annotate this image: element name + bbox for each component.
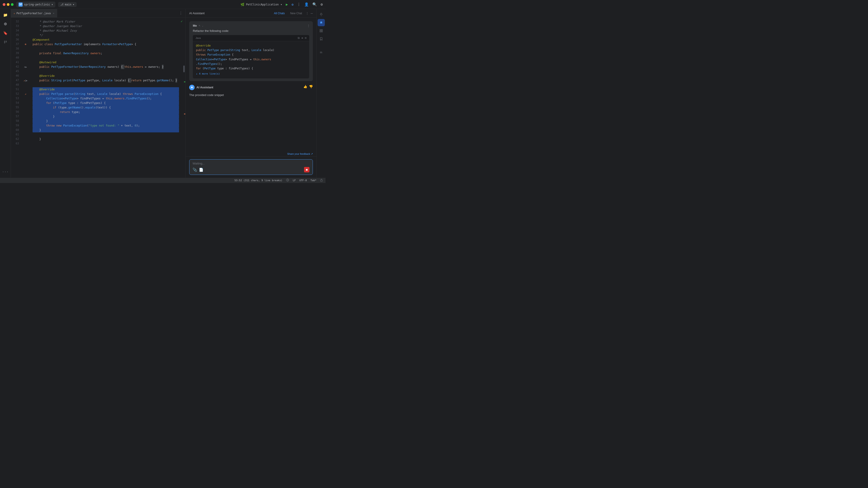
- ai-input-placeholder: Waiting...: [193, 162, 309, 165]
- ai-content: Me ✎ , ⋮ Refactor the following code: Ja…: [186, 18, 316, 152]
- code-block-icons: ⧉ ≡ ⊡: [298, 36, 307, 39]
- edit-message-icon[interactable]: ✎: [199, 24, 200, 27]
- profile-button[interactable]: 👤: [304, 2, 309, 6]
- tab-label: PetTypeFormatter.java: [17, 12, 51, 15]
- line-gutter: ⊕ ⊕ ▶ ↗ @ ▶ ↗: [22, 18, 29, 177]
- code-line-55: if (type.getName().equals(text)) {: [33, 105, 179, 110]
- tab-close-button[interactable]: ✕: [53, 12, 54, 14]
- format-icon[interactable]: ≡: [302, 36, 303, 39]
- ai-panel-header: AI Assistant All Chats New Chat ⋮ —: [186, 9, 316, 18]
- user-sidebar-icon[interactable]: m: [318, 49, 325, 56]
- edit-label: ,: [202, 24, 204, 27]
- expand-code-button[interactable]: ↓ 4 more line(s): [196, 72, 306, 76]
- code-line-32: * @author Mark Fisher: [33, 20, 179, 24]
- expand-icon[interactable]: ⊡: [305, 36, 307, 39]
- settings-button[interactable]: ⚙: [320, 2, 323, 6]
- code-line-36: @Component: [33, 37, 179, 42]
- title-bar: SP spring-petclinic ▾ ⎇ main ▾ 🌿 PetClin…: [0, 0, 326, 9]
- code-line-39: private final OwnerRepository owners;: [33, 51, 179, 56]
- debug-button[interactable]: ⚙: [291, 3, 293, 6]
- code-block-line: for (PetType type : findPetTypes) {: [196, 66, 306, 71]
- code-line-57: }: [33, 114, 179, 119]
- code-line-52: public PetType parse(String text, Locale…: [33, 92, 179, 96]
- svg-rect-12: [321, 31, 322, 32]
- code-line-41: @Autowired: [33, 60, 179, 65]
- code-line-59: throw new ParseException("type not found…: [33, 123, 179, 128]
- svg-rect-6: [6, 42, 7, 42]
- bookmarks-sidebar-icon[interactable]: [318, 35, 325, 42]
- run-button[interactable]: ▶: [286, 2, 288, 6]
- minimize-button[interactable]: [7, 3, 9, 6]
- stop-generation-button[interactable]: ■: [304, 167, 309, 172]
- ai-more-options[interactable]: ⋮: [306, 11, 309, 15]
- ai-panel: AI Assistant All Chats New Chat ⋮ — Me ✎…: [185, 9, 316, 177]
- svg-rect-2: [4, 41, 5, 41]
- thumbs-up-icon[interactable]: 👍: [303, 85, 307, 88]
- sidebar-icon-more[interactable]: ···: [1, 168, 9, 176]
- ai-tab-newchat[interactable]: New Chat: [288, 11, 304, 16]
- plugins-sidebar-icon[interactable]: [318, 27, 325, 34]
- code-line-61: [33, 132, 179, 137]
- project-badge[interactable]: SP spring-petclinic ▾: [16, 2, 55, 7]
- notifications-icon[interactable]: [318, 11, 325, 18]
- attach-file-icon[interactable]: 📎: [193, 168, 197, 172]
- editor-right-indicators: ✓: [181, 20, 183, 23]
- feedback-link[interactable]: Share your feedback ↗: [186, 152, 316, 156]
- editor-more-button[interactable]: ⋮: [176, 11, 185, 15]
- tab-petTypeFormatter[interactable]: ☕ PetTypeFormatter.java ✕: [11, 9, 57, 18]
- code-line-56: return type;: [33, 110, 179, 114]
- ai-tab-allchats[interactable]: All Chats: [272, 11, 287, 16]
- file-encoding[interactable]: UTF-8: [299, 179, 307, 182]
- project-icon: SP: [19, 2, 23, 6]
- copy-icon[interactable]: ⧉: [298, 36, 300, 39]
- attach-doc-icon[interactable]: 📄: [199, 168, 204, 172]
- branch-name: main: [65, 3, 71, 6]
- branch-chevron: ▾: [73, 3, 74, 6]
- code-line-62: }: [33, 137, 179, 141]
- file-lock-icon[interactable]: [320, 178, 323, 182]
- code-line-34: * @author Michael Isvy: [33, 29, 179, 33]
- code-line-54: for (PetType type : findPetTypes) {: [33, 101, 179, 105]
- ai-input-area: Waiting... 📎 📄 ■: [186, 156, 316, 177]
- code-editor[interactable]: 32 33 34 35 36 37 38 39 40 41 42 45 46 4…: [11, 18, 185, 177]
- code-content[interactable]: * @author Mark Fisher * @author Juergen …: [29, 18, 183, 177]
- code-block-line: @Override: [196, 43, 306, 48]
- code-line-46: @Override: [33, 74, 179, 78]
- vertical-scrollbar[interactable]: [183, 18, 185, 177]
- code-line-48: [33, 83, 179, 87]
- ai-input-icons: 📎 📄 ■: [193, 167, 309, 172]
- branch-icon: ⎇: [60, 3, 64, 6]
- status-bar: 53:52 (311 chars, 9 line breaks) LF UTF-…: [0, 177, 326, 183]
- sidebar-icon-git[interactable]: [1, 20, 9, 28]
- branch-badge[interactable]: ⎇ main ▾: [58, 2, 76, 7]
- code-line-42: public PetTypeFormatter(OwnerRepository …: [33, 65, 179, 69]
- message-text: Refactor the following code:: [193, 29, 309, 33]
- ai-assistant-sidebar-icon[interactable]: [318, 19, 325, 26]
- ai-minimize-button[interactable]: —: [311, 11, 313, 15]
- close-button[interactable]: [3, 3, 5, 6]
- search-everywhere-button[interactable]: 🔍: [312, 2, 317, 6]
- maximize-button[interactable]: [11, 3, 13, 6]
- ai-input-box[interactable]: Waiting... 📎 📄 ■: [189, 159, 313, 175]
- more-run-options[interactable]: ⋮: [297, 2, 301, 6]
- sidebar-icon-structure[interactable]: [1, 38, 9, 46]
- stop-icon: ■: [306, 168, 307, 171]
- cursor-position[interactable]: 53:52 (311 chars, 9 line breaks): [235, 179, 282, 182]
- message-header: Me ✎ ,: [193, 24, 309, 27]
- svg-marker-13: [320, 37, 322, 40]
- line-ending[interactable]: LF: [293, 179, 296, 182]
- sidebar-icon-bookmarks[interactable]: 🔖: [1, 29, 9, 37]
- ai-name-label: AI Assistant: [196, 86, 213, 89]
- thumbs-down-icon[interactable]: 👎: [309, 85, 313, 88]
- sidebar-icon-files[interactable]: 📁: [1, 11, 9, 19]
- svg-rect-9: [320, 29, 321, 31]
- title-right: 🌿 PetClinicApplication ▾ ▶ ⚙ ⋮ 👤 🔍 ⚙: [241, 2, 323, 6]
- check-indicator: ✓: [181, 20, 183, 23]
- code-block-line: throws ParseException {: [196, 53, 306, 57]
- run-config-name: PetClinicApplication: [246, 3, 279, 6]
- user-message: Me ✎ , ⋮ Refactor the following code: Ja…: [189, 21, 313, 81]
- message-more-options[interactable]: ⋮: [307, 24, 310, 28]
- code-line-33: * @author Juergen Hoeller: [33, 24, 179, 29]
- message-author: Me: [193, 24, 197, 27]
- indent-style[interactable]: Tab*: [311, 179, 317, 182]
